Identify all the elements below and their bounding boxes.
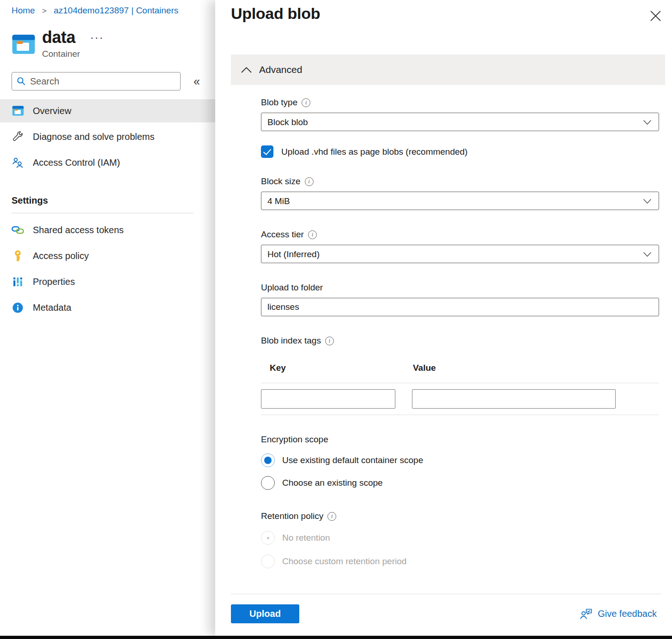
vhd-page-blob-checkbox[interactable]	[261, 145, 273, 158]
radio-label: Choose custom retention period	[282, 556, 406, 567]
collapse-menu-icon[interactable]: «	[191, 74, 203, 89]
advanced-section-toggle[interactable]: Advanced	[231, 54, 665, 85]
feedback-person-icon	[579, 608, 593, 620]
close-icon[interactable]	[646, 6, 665, 27]
upload-folder-group: Upload to folder	[261, 283, 659, 316]
radio-disabled-icon	[261, 555, 275, 568]
sidebar-item-label: Metadata	[33, 302, 71, 313]
tags-divider	[261, 415, 659, 415]
people-icon	[12, 157, 24, 169]
retention-option-custom: Choose custom retention period	[261, 555, 659, 568]
sidebar-item-properties[interactable]: Properties	[0, 270, 215, 293]
breadcrumb: Home > az104demo123897 | Containers	[0, 0, 215, 16]
info-icon[interactable]	[325, 337, 334, 345]
bars-icon	[12, 276, 24, 288]
container-icon	[12, 33, 36, 55]
panel-header: Upload blob	[231, 0, 665, 27]
encryption-scope-option-default[interactable]: Use existing default container scope	[261, 453, 659, 467]
settings-nav: Shared access tokens Access policy	[0, 218, 215, 319]
container-sidebar: Home > az104demo123897 | Containers data…	[0, 0, 215, 636]
sidebar-item-label: Shared access tokens	[33, 225, 124, 235]
wrench-icon	[12, 131, 24, 143]
sidebar-item-access-control[interactable]: Access Control (IAM)	[0, 151, 215, 174]
settings-section-header: Settings	[12, 195, 215, 206]
give-feedback-link[interactable]: Give feedback	[579, 608, 657, 620]
bottom-edge-bar	[0, 636, 672, 639]
encryption-scope-option-existing[interactable]: Choose an existing scope	[261, 476, 659, 490]
breadcrumb-containers-link[interactable]: az104demo123897 | Containers	[54, 6, 178, 15]
search-box[interactable]	[12, 72, 181, 90]
search-input[interactable]	[30, 76, 176, 87]
resource-header: data ··· Container	[0, 16, 215, 59]
overview-icon	[12, 105, 24, 117]
settings-divider	[12, 213, 193, 213]
radio-disabled-icon	[261, 531, 275, 545]
panel-title: Upload blob	[231, 5, 320, 23]
blob-type-label: Blob type	[261, 97, 297, 108]
breadcrumb-separator: >	[42, 6, 47, 15]
block-size-label: Block size	[261, 176, 301, 187]
advanced-form: Blob type Block blob Upl	[261, 97, 659, 568]
give-feedback-label: Give feedback	[598, 609, 657, 619]
radio-label: No retention	[282, 533, 330, 543]
retention-policy-label: Retention policy	[261, 511, 323, 521]
radio-label: Use existing default container scope	[282, 455, 423, 465]
sidebar-item-access-policy[interactable]: Access policy	[0, 244, 215, 267]
encryption-scope-label: Encryption scope	[261, 434, 328, 445]
sidebar-item-label: Access policy	[33, 251, 89, 261]
resource-type-label: Container	[42, 49, 106, 59]
access-tier-label: Access tier	[261, 229, 304, 240]
radio-unselected-icon[interactable]	[261, 476, 275, 490]
blob-type-label-row: Blob type	[261, 97, 659, 108]
page-title: data	[42, 28, 75, 47]
sidebar-item-diagnose[interactable]: Diagnose and solve problems	[0, 125, 215, 148]
vhd-checkbox-row: Upload .vhd files as page blobs (recomme…	[261, 145, 659, 158]
tags-divider	[261, 383, 659, 383]
upload-blob-panel: Upload blob Advanced Blob type	[215, 0, 672, 636]
sidebar-nav: Overview Diagnose and solve problems	[0, 99, 215, 174]
key-icon	[12, 250, 24, 262]
sidebar-item-label: Overview	[33, 106, 71, 116]
sidebar-item-label: Properties	[33, 277, 75, 287]
sidebar-item-metadata[interactable]: Metadata	[0, 296, 215, 319]
radio-selected-icon[interactable]	[261, 453, 275, 467]
block-size-group: Block size 4 MiB	[261, 176, 659, 210]
azure-portal-page: Home > az104demo123897 | Containers data…	[0, 0, 672, 639]
upload-folder-label: Upload to folder	[261, 283, 323, 293]
retention-policy-group: Retention policy No retention Choose cus…	[261, 511, 659, 568]
info-icon[interactable]	[327, 512, 336, 521]
sidebar-search-row: «	[12, 72, 215, 90]
info-icon[interactable]	[305, 177, 314, 186]
tags-key-header: Key	[261, 363, 404, 373]
panel-footer: Upload Give feedback	[231, 604, 665, 623]
sidebar-item-label: Access Control (IAM)	[33, 157, 120, 168]
tag-key-input[interactable]	[261, 389, 395, 409]
footer-divider	[231, 594, 661, 594]
blob-type-select[interactable]: Block blob	[261, 113, 659, 131]
block-size-select[interactable]: 4 MiB	[261, 192, 659, 210]
access-tier-select[interactable]: Hot (Inferred)	[261, 245, 659, 263]
blob-index-tags-group: Blob index tags Key Value	[261, 336, 659, 415]
search-icon	[17, 77, 26, 86]
tags-value-header: Value	[404, 363, 436, 373]
upload-button[interactable]: Upload	[231, 604, 299, 623]
blob-index-tags-table: Key Value	[261, 363, 659, 415]
info-icon[interactable]	[308, 230, 317, 239]
breadcrumb-home-link[interactable]: Home	[12, 6, 35, 15]
chevron-up-icon	[241, 66, 252, 73]
encryption-scope-group: Encryption scope Use existing default co…	[261, 434, 659, 490]
link-icon	[12, 224, 24, 236]
advanced-section-label: Advanced	[259, 64, 302, 75]
tags-input-row	[261, 389, 659, 409]
tag-value-input[interactable]	[412, 389, 616, 409]
info-circle-icon	[12, 301, 24, 314]
vhd-checkbox-label: Upload .vhd files as page blobs (recomme…	[281, 147, 467, 157]
more-options-button[interactable]: ···	[88, 30, 106, 45]
sidebar-item-shared-access-tokens[interactable]: Shared access tokens	[0, 218, 215, 241]
retention-option-none: No retention	[261, 531, 659, 545]
info-icon[interactable]	[302, 98, 310, 107]
access-tier-group: Access tier Hot (Inferred)	[261, 229, 659, 263]
sidebar-item-label: Diagnose and solve problems	[33, 132, 155, 142]
upload-folder-input[interactable]	[261, 298, 659, 316]
sidebar-item-overview[interactable]: Overview	[0, 99, 215, 122]
